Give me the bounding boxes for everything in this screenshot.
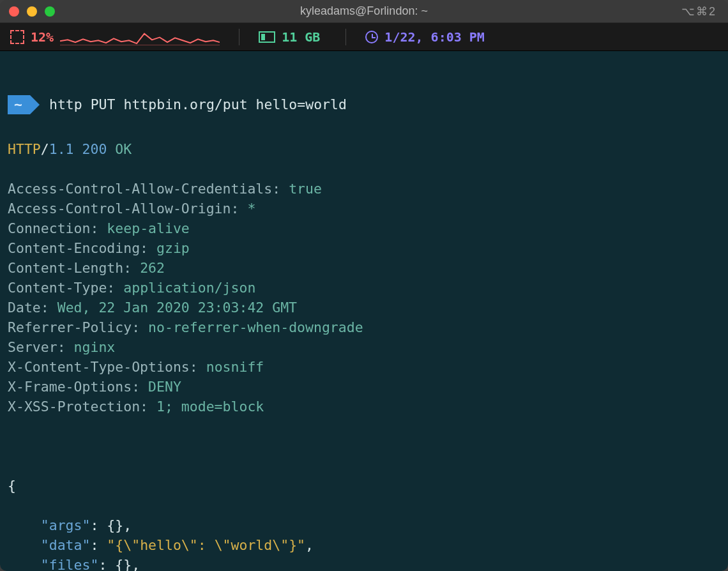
status-bar: 12% 11 GB 1/22, 6:03 PM — [0, 23, 728, 51]
clock-text: 1/22, 6:03 PM — [384, 29, 485, 45]
memory-icon — [259, 31, 275, 43]
memory-status: 11 GB — [259, 29, 326, 45]
command-text: http PUT httpbin.org/put hello=world — [49, 95, 347, 114]
clock-status: 1/22, 6:03 PM — [365, 29, 485, 45]
header-line: X-Frame-Options: DENY — [8, 377, 720, 397]
json-line: "files": {}, — [8, 555, 720, 571]
json-body-top: "args": {}, "data": "{\"hello\": \"world… — [8, 515, 720, 571]
close-button[interactable] — [9, 6, 19, 17]
terminal-output[interactable]: ~ http PUT httpbin.org/put hello=world H… — [0, 51, 728, 571]
json-line: "args": {}, — [8, 515, 720, 535]
http-status-line: HTTP/1.1 200 OK — [8, 139, 720, 159]
cpu-icon — [10, 30, 24, 44]
header-line: Content-Type: application/json — [8, 278, 720, 298]
divider — [239, 29, 239, 45]
window-title: kyleadams@Forlindon: ~ — [300, 4, 428, 18]
terminal-window: kyleadams@Forlindon: ~ ⌥⌘2 12% 11 GB 1/2… — [0, 0, 728, 571]
prompt-badge: ~ — [8, 95, 30, 114]
cpu-sparkline — [60, 29, 220, 45]
blank-line — [8, 436, 720, 456]
header-line: Access-Control-Allow-Origin: * — [8, 199, 720, 218]
traffic-lights — [0, 6, 55, 17]
cpu-status: 12% — [10, 29, 220, 45]
cpu-percent: 12% — [31, 29, 54, 45]
memory-text: 11 GB — [282, 29, 320, 45]
header-line: X-Content-Type-Options: nosniff — [8, 357, 720, 377]
prompt-line: ~ http PUT httpbin.org/put hello=world — [8, 95, 720, 114]
header-line: X-XSS-Protection: 1; mode=block — [8, 397, 720, 416]
http-proto: HTTP — [8, 141, 41, 157]
json-line: "data": "{\"hello\": \"world\"}", — [8, 535, 720, 555]
maximize-button[interactable] — [45, 6, 55, 17]
clock-icon — [365, 31, 378, 43]
header-line: Server: nginx — [8, 337, 720, 357]
http-code: 200 — [82, 141, 107, 157]
header-line: Content-Length: 262 — [8, 258, 720, 278]
header-line: Access-Control-Allow-Credentials: true — [8, 179, 720, 199]
header-line: Date: Wed, 22 Jan 2020 23:03:42 GMT — [8, 298, 720, 317]
header-line: Connection: keep-alive — [8, 218, 720, 238]
titlebar: kyleadams@Forlindon: ~ ⌥⌘2 — [0, 0, 728, 23]
http-version: 1.1 — [49, 141, 74, 157]
window-shortcut-hint: ⌥⌘2 — [681, 4, 717, 19]
minimize-button[interactable] — [27, 6, 37, 17]
header-line: Referrer-Policy: no-referrer-when-downgr… — [8, 317, 720, 337]
header-line: Content-Encoding: gzip — [8, 238, 720, 258]
http-reason: OK — [115, 141, 132, 157]
response-headers: Access-Control-Allow-Credentials: trueAc… — [8, 179, 720, 416]
slash: / — [41, 141, 49, 157]
divider — [345, 29, 346, 45]
json-open-brace: { — [8, 476, 720, 496]
